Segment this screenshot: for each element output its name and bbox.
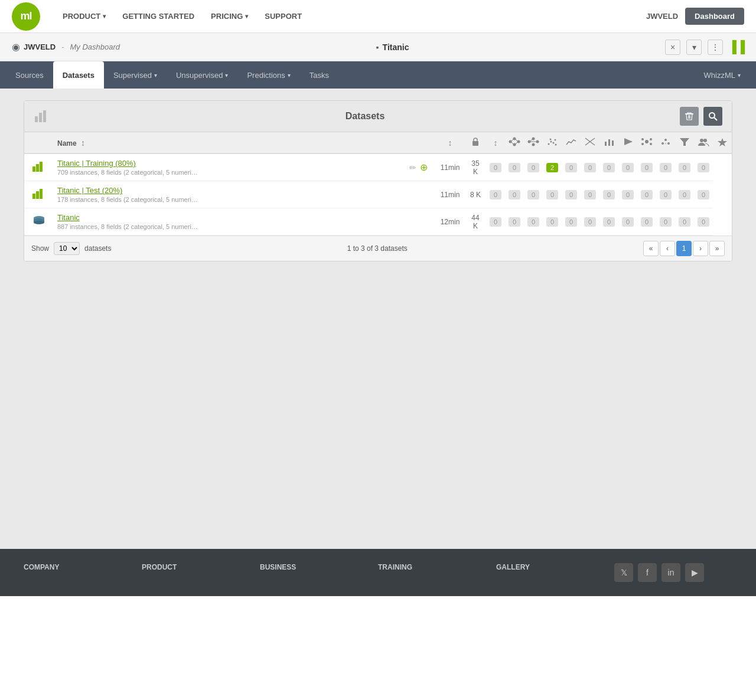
edit-icon[interactable]: ✏ bbox=[409, 163, 416, 172]
row-count-cell[interactable]: 0 bbox=[618, 208, 637, 235]
svg-rect-30 bbox=[608, 139, 610, 146]
footer-business-heading: BUSINESS bbox=[260, 563, 378, 571]
more-options-button[interactable]: ⋮ bbox=[708, 40, 723, 55]
row-count-cell[interactable]: 0 bbox=[562, 208, 581, 235]
row-count-cell[interactable]: 0 bbox=[581, 208, 599, 235]
svg-marker-45 bbox=[718, 138, 727, 146]
row-count-cell[interactable]: 0 bbox=[505, 208, 524, 235]
row-count-cell[interactable]: 0 bbox=[656, 181, 675, 208]
dataset-name-link[interactable]: Titanic | Test (20%) bbox=[57, 186, 402, 195]
th-sort-name-icon[interactable]: ↕ bbox=[81, 138, 85, 148]
row-count-cell[interactable]: 0 bbox=[524, 208, 543, 235]
close-project-button[interactable]: × bbox=[665, 40, 680, 55]
tab-supervised[interactable]: Supervised ▾ bbox=[104, 61, 167, 89]
search-button[interactable] bbox=[703, 107, 722, 126]
chevron-down-button[interactable]: ▾ bbox=[686, 40, 702, 55]
row-count-cell[interactable]: 0 bbox=[656, 208, 675, 235]
row-count-cell[interactable]: 0 bbox=[675, 153, 694, 181]
favorite-icon[interactable]: ⊕ bbox=[420, 162, 428, 173]
logo[interactable]: ml bbox=[12, 2, 40, 31]
count-badge: 0 bbox=[509, 217, 520, 227]
first-page-button[interactable]: « bbox=[643, 241, 659, 256]
th-sort2-icon[interactable]: ↕ bbox=[448, 138, 452, 148]
bars-icon[interactable]: ▐▐ bbox=[729, 40, 744, 55]
row-count-cell[interactable]: 0 bbox=[618, 181, 637, 208]
count-badge: 0 bbox=[660, 190, 672, 199]
page-1-button[interactable]: 1 bbox=[676, 241, 692, 256]
delete-button[interactable] bbox=[680, 107, 699, 126]
youtube-button[interactable]: ▶ bbox=[685, 563, 704, 582]
row-count-cell[interactable]: 0 bbox=[637, 153, 656, 181]
row-count-cell[interactable]: 0 bbox=[675, 208, 694, 235]
svg-point-10 bbox=[517, 140, 520, 143]
count-badge: 0 bbox=[546, 190, 558, 199]
predictions-caret-icon: ▾ bbox=[288, 72, 291, 78]
next-page-button[interactable]: › bbox=[693, 241, 708, 256]
nav-support[interactable]: SUPPORT bbox=[256, 0, 310, 33]
th-sort3-icon[interactable]: ↕ bbox=[494, 138, 498, 148]
row-count-cell[interactable]: 2 bbox=[543, 153, 562, 181]
dataset-name-link[interactable]: Titanic bbox=[57, 213, 402, 222]
row-count-cell[interactable]: 0 bbox=[486, 153, 505, 181]
datasets-table: Name ↕ ↕ ↕ bbox=[24, 132, 732, 235]
nav-product[interactable]: PRODUCT ▾ bbox=[54, 0, 114, 33]
svg-point-26 bbox=[555, 144, 557, 146]
row-count-cell[interactable]: 0 bbox=[581, 181, 599, 208]
tab-whizzml[interactable]: WhizzML ▾ bbox=[695, 61, 750, 89]
row-count-cell[interactable]: 0 bbox=[599, 208, 618, 235]
row-count-cell[interactable]: 0 bbox=[524, 153, 543, 181]
row-count-cell[interactable]: 0 bbox=[637, 181, 656, 208]
row-count-cell[interactable]: 0 bbox=[675, 181, 694, 208]
svg-point-23 bbox=[553, 142, 555, 144]
row-count-cell[interactable]: 0 bbox=[618, 153, 637, 181]
th-scatter bbox=[543, 132, 562, 153]
row-count-cell[interactable]: 0 bbox=[486, 208, 505, 235]
row-count-cell[interactable]: 0 bbox=[524, 181, 543, 208]
dataset-name-link[interactable]: Titanic | Training (80%) bbox=[57, 159, 402, 168]
linkedin-button[interactable]: in bbox=[662, 563, 680, 582]
row-name-cell: Titanic | Test (20%)178 instances, 8 fie… bbox=[54, 181, 406, 208]
twitter-button[interactable]: 𝕏 bbox=[614, 563, 633, 582]
tab-unsupervised[interactable]: Unsupervised ▾ bbox=[167, 61, 238, 89]
show-select[interactable]: 10 25 50 bbox=[54, 242, 80, 255]
svg-point-44 bbox=[703, 139, 707, 142]
tab-predictions[interactable]: Predictions ▾ bbox=[237, 61, 299, 89]
row-name-cell: Titanic887 instances, 8 fields (2 catego… bbox=[54, 208, 406, 235]
row-count-cell[interactable]: 0 bbox=[694, 181, 713, 208]
prev-page-button[interactable]: ‹ bbox=[660, 241, 675, 256]
count-badge: 0 bbox=[698, 163, 709, 172]
nav-getting-started[interactable]: GETTING STARTED bbox=[114, 0, 203, 33]
row-size-cell: 35 K bbox=[465, 153, 486, 181]
footer-training: TRAINING bbox=[378, 563, 496, 577]
svg-point-34 bbox=[641, 138, 644, 140]
tab-tasks[interactable]: Tasks bbox=[300, 61, 338, 89]
facebook-button[interactable]: f bbox=[638, 563, 657, 582]
row-count-cell[interactable]: 0 bbox=[562, 181, 581, 208]
last-page-button[interactable]: » bbox=[709, 241, 725, 256]
row-count-cell[interactable]: 0 bbox=[599, 181, 618, 208]
panel-title: Datasets bbox=[55, 111, 675, 122]
row-count-cell[interactable]: 0 bbox=[543, 208, 562, 235]
svg-rect-1 bbox=[39, 113, 42, 122]
row-count-cell[interactable]: 0 bbox=[694, 153, 713, 181]
svg-rect-49 bbox=[32, 194, 35, 199]
count-badge: 0 bbox=[641, 190, 653, 199]
tab-datasets[interactable]: Datasets bbox=[53, 61, 104, 89]
row-count-cell[interactable]: 0 bbox=[543, 181, 562, 208]
row-count-cell[interactable]: 0 bbox=[656, 153, 675, 181]
row-count-cell[interactable]: 0 bbox=[599, 153, 618, 181]
row-count-cell[interactable]: 0 bbox=[581, 153, 599, 181]
tab-sources[interactable]: Sources bbox=[6, 61, 53, 89]
row-count-cell[interactable]: 0 bbox=[637, 208, 656, 235]
row-count-cell[interactable]: 0 bbox=[694, 208, 713, 235]
row-count-cell[interactable]: 0 bbox=[562, 153, 581, 181]
count-badge: 0 bbox=[660, 217, 672, 227]
footer: COMPANY PRODUCT BUSINESS TRAINING GALLER… bbox=[0, 549, 756, 596]
footer-business: BUSINESS bbox=[260, 563, 378, 577]
row-count-cell[interactable]: 0 bbox=[505, 181, 524, 208]
dashboard-button[interactable]: Dashboard bbox=[685, 8, 744, 25]
database-icon bbox=[32, 215, 46, 227]
row-count-cell[interactable]: 0 bbox=[505, 153, 524, 181]
row-count-cell[interactable]: 0 bbox=[486, 181, 505, 208]
nav-pricing[interactable]: PRICING ▾ bbox=[203, 0, 256, 33]
